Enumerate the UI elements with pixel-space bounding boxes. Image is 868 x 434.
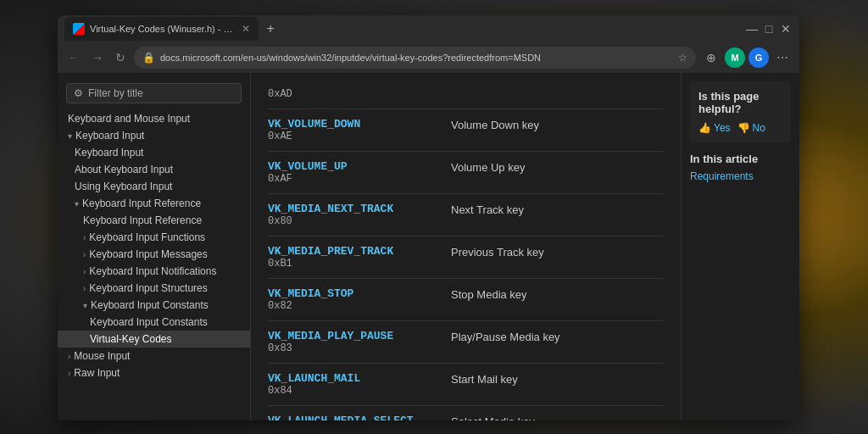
toolbar-icons: ⊕ M G ⋯ [701,47,793,68]
vk-row-inner: VK_MEDIA_STOP 0x82 Stop Media key [268,287,664,312]
sidebar-item-label: Keyboard Input Reference [82,198,201,209]
vk-desc: Previous Track key [451,245,544,259]
sidebar-item-keyboard-mouse[interactable]: Keyboard and Mouse Input [58,110,250,127]
requirements-link[interactable]: Requirements [690,170,791,182]
filter-icon: ⚙ [74,87,83,99]
vk-desc: Volume Up key [451,160,525,174]
lock-icon: 🔒 [142,52,155,64]
yes-button[interactable]: 👍 Yes [698,122,731,134]
right-panel: Is this page helpful? 👍 Yes 👎 No In this… [681,73,799,420]
vk-row-inner: VK_VOLUME_DOWN 0xAE Volume Down key [268,118,664,142]
vk-hex: 0xAE [268,131,437,142]
sidebar-item-label: Keyboard Input Reference [83,214,202,226]
sidebar-item-label: Mouse Input [74,350,130,362]
vk-name-col: VK_MEDIA_PREV_TRACK 0xB1 [268,245,437,270]
sidebar-item-keyboard-functions[interactable]: › Keyboard Input Functions [58,229,250,246]
sidebar-item-keyboard-input[interactable]: Keyboard Input [58,144,250,161]
no-label: No [753,122,765,134]
vk-desc: Select Media key [451,415,535,420]
sidebar-item-raw-input[interactable]: › Raw Input [58,364,250,381]
sidebar-item-virtual-key-codes[interactable]: Virtual-Key Codes [58,331,250,348]
chevron-down-icon: ▾ [75,199,79,209]
sidebar-item-mouse-input[interactable]: › Mouse Input [58,348,250,364]
toolbar-profile-green[interactable]: M [725,47,745,68]
vk-name: VK_MEDIA_NEXT_TRACK [268,203,437,215]
thumbs-down-icon: 👎 [737,122,750,134]
table-row: VK_VOLUME_DOWN 0xAE Volume Down key [268,109,664,152]
reload-button[interactable]: ↻ [112,49,129,66]
vk-hex: 0x80 [268,215,437,227]
vk-name: VK_LAUNCH_MEDIA_SELECT [268,415,437,420]
window-controls: — □ ✕ [745,24,793,34]
maximize-button[interactable]: □ [762,24,776,34]
vk-desc: Next Track key [451,203,524,216]
sidebar-item-label: Keyboard Input Constants [90,316,208,328]
vk-name-col: VK_MEDIA_NEXT_TRACK 0x80 [268,203,437,227]
sidebar-item-label: About Keyboard Input [75,164,173,175]
sidebar-item-label: Keyboard Input Notifications [89,265,216,277]
thumbs-up-icon: 👍 [698,122,711,134]
vk-row-inner: VK_LAUNCH_MAIL 0x84 Start Mail key [268,372,664,397]
tab-title: Virtual-Key Codes (Winuser.h) - … [90,24,233,34]
chevron-right-icon: › [83,250,86,259]
vk-desc: Stop Media key [451,287,527,301]
toolbar-profile-blue[interactable]: G [748,47,769,68]
sidebar-item-label: Keyboard Input Messages [89,248,207,260]
sidebar-item-keyboard-constants-parent[interactable]: ▾ Keyboard Input Constants [58,297,250,314]
chevron-right-icon: › [83,233,86,242]
star-icon[interactable]: ☆ [678,52,687,64]
chevron-right-icon: › [68,352,70,361]
sidebar-item-keyboard-messages[interactable]: › Keyboard Input Messages [58,246,250,263]
vk-row-inner: VK_MEDIA_PLAY_PAUSE 0x83 Play/Pause Medi… [268,330,664,354]
back-button[interactable]: ← [64,49,83,66]
vk-name: VK_VOLUME_DOWN [268,118,437,131]
sidebar-item-keyboard-notifications[interactable]: › Keyboard Input Notifications [58,263,250,280]
no-button[interactable]: 👎 No [737,122,765,134]
vk-name: VK_VOLUME_UP [268,160,437,173]
sidebar-item-keyboard-ref[interactable]: Keyboard Input Reference [58,212,250,229]
vk-name-col: VK_LAUNCH_MAIL 0x84 [268,372,437,397]
vk-hex: 0xAF [268,173,437,185]
forward-button[interactable]: → [88,49,107,66]
filter-box[interactable]: ⚙ Filter by title [66,83,242,103]
minimize-button[interactable]: — [745,24,759,34]
table-row: VK_MEDIA_NEXT_TRACK 0x80 Next Track key [268,194,664,236]
close-button[interactable]: ✕ [779,24,793,34]
tab-close-button[interactable]: ✕ [242,23,250,35]
vk-name-col: VK_VOLUME_UP 0xAF [268,160,437,185]
sidebar-item-label: Virtual-Key Codes [90,333,172,345]
table-row: VK_MEDIA_PREV_TRACK 0xB1 Previous Track … [268,236,664,279]
table-row: VK_MEDIA_PLAY_PAUSE 0x83 Play/Pause Medi… [268,321,664,364]
sidebar-item-about-keyboard[interactable]: About Keyboard Input [58,161,250,178]
sidebar-item-keyboard-input-parent[interactable]: ▾ Keyboard Input [58,127,250,144]
helpful-buttons: 👍 Yes 👎 No [698,122,782,134]
chevron-right-icon: › [68,369,70,378]
url-bar[interactable]: 🔒 docs.microsoft.com/en-us/windows/win32… [134,47,696,69]
sidebar-item-label: Keyboard Input Functions [89,231,205,243]
table-row: VK_LAUNCH_MAIL 0x84 Start Mail key [268,364,664,406]
chevron-down-icon: ▾ [68,131,72,141]
vk-desc: Volume Down key [451,118,539,131]
vk-row-inner: VK_MEDIA_PREV_TRACK 0xB1 Previous Track … [268,245,664,270]
article-section: In this article Requirements [690,153,791,182]
table-row: VK_VOLUME_UP 0xAF Volume Up key [268,152,664,194]
vk-hex: 0x82 [268,300,437,312]
new-tab-button[interactable]: + [264,21,278,36]
vk-row-inner: VK_LAUNCH_MEDIA_SELECT 0x85 Select Media… [268,415,664,420]
vk-name-col: VK_LAUNCH_MEDIA_SELECT 0x85 [268,415,437,420]
sidebar-item-keyboard-ref-parent[interactable]: ▾ Keyboard Input Reference [58,195,250,212]
vk-hex: 0xB1 [268,258,437,270]
browser-window: Virtual-Key Codes (Winuser.h) - … ✕ + — … [58,15,799,420]
sidebar-item-keyboard-constants[interactable]: Keyboard Input Constants [58,314,250,331]
vk-desc: Play/Pause Media key [451,330,560,343]
toolbar-menu-icon[interactable]: ⋯ [772,47,793,68]
browser-tab[interactable]: Virtual-Key Codes (Winuser.h) - … ✕ [64,17,259,41]
vk-row-inner: VK_VOLUME_UP 0xAF Volume Up key [268,160,664,185]
vk-name: VK_MEDIA_STOP [268,287,437,300]
sidebar-item-keyboard-structures[interactable]: › Keyboard Input Structures [58,280,250,297]
sidebar-item-label: Keyboard and Mouse Input [68,113,190,125]
sidebar-item-using-keyboard[interactable]: Using Keyboard Input [58,178,250,195]
tab-favicon [73,23,85,35]
toolbar-extensions-icon[interactable]: ⊕ [701,47,721,68]
vk-name: VK_MEDIA_PLAY_PAUSE [268,330,437,342]
